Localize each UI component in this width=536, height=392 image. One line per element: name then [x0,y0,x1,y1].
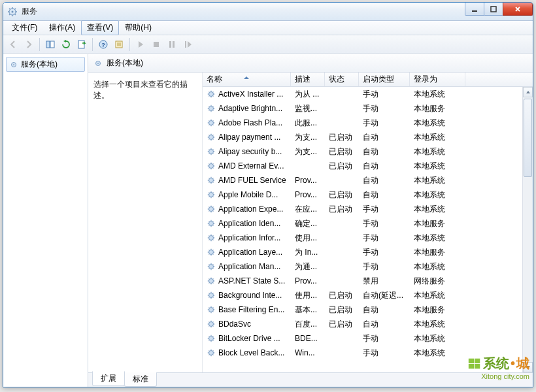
table-row[interactable]: Block Level Back...Win...手动本地系统 [203,346,533,360]
table-row[interactable]: ASP.NET State S...Prov...禁用网络服务 [203,274,533,288]
refresh-button[interactable] [59,37,73,52]
services-table: 名称 描述 状态 启动类型 登录为 ActiveX Installer ...为… [203,73,533,372]
table-row[interactable]: AMD FUEL ServiceProv...自动本地系统 [203,173,533,188]
cell-name: Alipay security b... [203,147,291,156]
table-row[interactable]: Background Inte...使用...已启动自动(延迟...本地系统 [203,288,533,302]
table-row[interactable]: Base Filtering En...基本...已启动自动本地服务 [203,302,533,317]
table-row[interactable]: ActiveX Installer ...为从 ...手动本地系统 [203,87,533,101]
table-row[interactable]: BitLocker Drive ...BDE...手动本地系统 [203,331,533,346]
window-title: 服务 [22,6,465,17]
help-button[interactable]: ? [96,37,110,52]
cell-startup: 自动 [359,304,410,316]
table-row[interactable]: Alipay payment ...为支...已启动自动本地系统 [203,130,533,144]
menu-action[interactable]: 操作(A) [43,20,81,35]
cell-status: 已启动 [325,204,359,215]
content: 选择一个项目来查看它的描述。 名称 描述 状态 启动类型 登录为 ActiveX… [88,73,533,372]
maximize-button[interactable] [484,3,503,16]
svg-point-38 [209,221,214,226]
svg-point-30 [209,106,214,111]
cell-startup: 手动 [359,348,410,359]
col-startup[interactable]: 启动类型 [359,73,410,86]
cell-status: 已启动 [325,132,359,143]
window-buttons [465,3,533,20]
cell-startup: 手动 [359,247,410,258]
start-service-button[interactable] [133,37,148,52]
col-desc[interactable]: 描述 [291,73,325,86]
cell-desc: 基本... [291,304,325,316]
cell-startup: 手动 [359,89,410,100]
body: 服务(本地) 服务(本地) 选择一个项目来查看它的描述。 名称 描述 状态 启动… [3,54,533,387]
col-status[interactable]: 状态 [325,73,359,86]
description-text: 选择一个项目来查看它的描述。 [93,80,188,100]
col-name[interactable]: 名称 [203,73,291,86]
table-row[interactable]: AMD External Ev...已启动自动本地系统 [203,159,533,173]
table-row[interactable]: Application Laye...为 In...手动本地服务 [203,245,533,259]
svg-point-47 [209,351,214,355]
export-list-button[interactable] [75,37,89,52]
svg-rect-11 [491,7,496,12]
cell-name: Adobe Flash Pla... [203,118,291,127]
titlebar[interactable]: 服务 [3,3,533,21]
show-hide-tree-button[interactable] [43,37,58,52]
table-row[interactable]: Application Man...为通...手动本地系统 [203,259,533,274]
svg-rect-22 [169,41,171,48]
scroll-up-button[interactable] [523,87,533,97]
restart-service-button[interactable] [180,37,195,52]
tab-extended[interactable]: 扩展 [92,371,125,386]
properties-button[interactable] [112,37,126,52]
view-tabs: 扩展 标准 [88,372,533,387]
cell-name: Apple Mobile D... [203,190,291,199]
svg-point-33 [209,150,214,154]
cell-logon: 本地服务 [410,103,465,114]
close-button[interactable] [503,3,533,16]
svg-point-28 [97,63,99,64]
table-row[interactable]: Application Expe...在应...已启动手动本地系统 [203,202,533,216]
pause-service-button[interactable] [165,37,179,52]
minimize-button[interactable] [465,3,484,16]
vertical-scrollbar[interactable] [522,87,533,372]
table-row[interactable]: Alipay security b...为支...已启动自动本地系统 [203,144,533,159]
cell-logon: 本地系统 [410,175,465,186]
svg-point-42 [209,279,214,284]
stop-service-button[interactable] [149,37,163,52]
cell-name: BDdaSvc [203,319,291,329]
back-button[interactable] [6,37,20,52]
pane-header: 服务(本地) [88,54,533,73]
toolbar: ? [3,35,533,54]
cell-name: Application Iden... [203,219,291,228]
svg-point-32 [209,135,214,140]
table-row[interactable]: BDdaSvc百度...已启动自动本地系统 [203,317,533,331]
svg-point-39 [209,236,214,240]
scroll-thumb[interactable] [524,99,532,177]
tree-item-services-local[interactable]: 服务(本地) [6,57,85,72]
cell-startup: 手动 [359,233,410,244]
cell-startup: 手动 [359,333,410,344]
table-row[interactable]: Adaptive Brightn...监视...手动本地服务 [203,101,533,116]
details-pane: 服务(本地) 选择一个项目来查看它的描述。 名称 描述 状态 启动类型 登录为 … [88,54,533,387]
table-row[interactable]: Application Iden...确定...手动本地服务 [203,216,533,231]
cell-logon: 本地系统 [410,89,465,100]
cell-status: 已启动 [325,146,359,157]
cell-logon: 本地服务 [410,218,465,229]
menu-file[interactable]: 文件(F) [6,20,43,35]
cell-desc: 使用... [291,290,325,301]
menu-view[interactable]: 查看(V) [81,20,119,35]
svg-line-6 [9,8,10,10]
table-row[interactable]: Application Infor...使用...手动本地系统 [203,231,533,245]
cell-startup: 手动 [359,261,410,272]
svg-point-26 [13,64,14,65]
table-row[interactable]: Apple Mobile D...Prov...已启动自动本地系统 [203,188,533,202]
tab-standard[interactable]: 标准 [124,372,157,387]
scroll-down-button[interactable] [523,362,533,372]
forward-button[interactable] [22,37,36,52]
svg-rect-21 [154,42,159,47]
table-row[interactable]: Adobe Flash Pla...此服...手动本地系统 [203,116,533,130]
svg-point-41 [209,265,214,269]
svg-rect-13 [50,41,54,48]
svg-point-43 [209,293,214,298]
cell-name: Application Laye... [203,248,291,257]
svg-point-36 [209,193,214,197]
menu-help[interactable]: 帮助(H) [119,20,158,35]
table-body[interactable]: ActiveX Installer ...为从 ...手动本地系统Adaptiv… [203,87,533,372]
col-logon[interactable]: 登录为 [410,73,465,86]
